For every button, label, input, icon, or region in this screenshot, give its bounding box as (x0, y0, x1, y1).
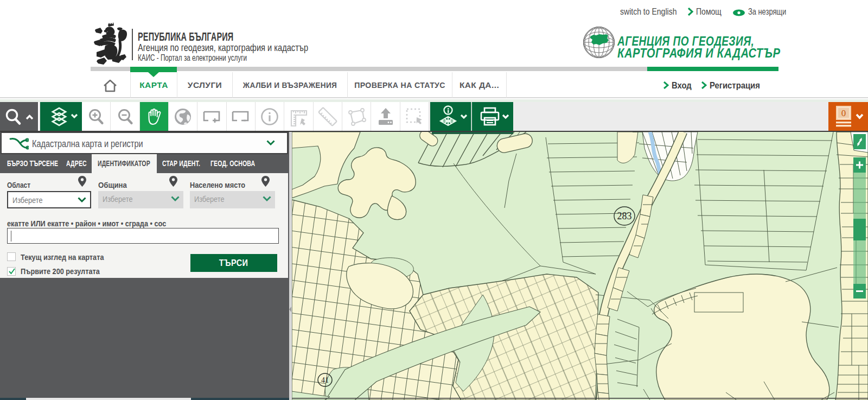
svg-text:0: 0 (841, 108, 846, 118)
svg-text:283: 283 (617, 211, 632, 221)
svg-text:41: 41 (321, 376, 329, 384)
